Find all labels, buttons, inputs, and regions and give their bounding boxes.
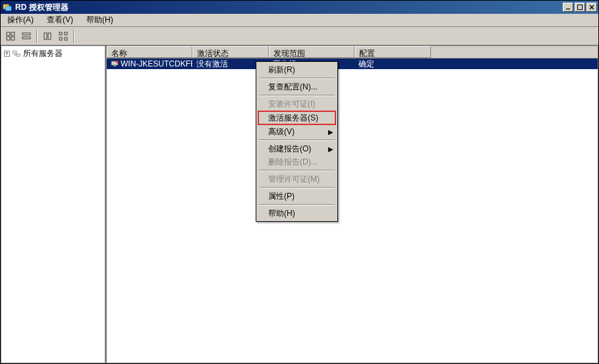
submenu-arrow-icon: ▶: [328, 128, 333, 136]
ctx-refresh-label: 刷新(R): [268, 65, 295, 76]
ctx-manage-license: 管理许可证(M): [258, 172, 336, 186]
svg-rect-6: [7, 37, 10, 40]
ctx-help-label: 帮助(H): [268, 208, 295, 219]
svg-rect-5: [11, 32, 14, 36]
list-cell-name: WIN-JKESUTCDKFE: [107, 59, 192, 68]
ctx-install-license-label: 安装许可证(I): [268, 99, 315, 110]
svg-rect-3: [578, 5, 583, 10]
menu-action[interactable]: 操作(A): [3, 13, 38, 27]
ctx-help[interactable]: 帮助(H): [258, 207, 336, 220]
col-header-scope[interactable]: 发现范围: [269, 46, 355, 58]
col-header-name[interactable]: 名称: [107, 46, 192, 58]
menubar: 操作(A) 查看(V) 帮助(H): [1, 14, 598, 27]
ctx-delete-report-label: 删除报告(D)...: [268, 157, 318, 168]
tree-pane[interactable]: + 所有服务器: [1, 45, 106, 363]
svg-rect-16: [13, 51, 16, 53]
list-body[interactable]: WIN-JKESUTCDKFE 没有激活 工作组 确定: [107, 59, 598, 363]
close-button[interactable]: [586, 3, 597, 12]
toolbar-btn-3[interactable]: [40, 29, 55, 43]
maximize-button[interactable]: [575, 3, 585, 12]
list-header: 名称 激活状态 发现范围 配置: [107, 46, 598, 59]
tree-expand-icon[interactable]: +: [4, 51, 10, 57]
row-name-text: WIN-JKESUTCDKFE: [121, 59, 192, 68]
window-title: RD 授权管理器: [15, 2, 561, 13]
menu-view[interactable]: 查看(V): [43, 13, 77, 27]
col-header-config[interactable]: 配置: [355, 46, 431, 58]
svg-rect-1: [5, 6, 11, 11]
svg-rect-15: [65, 38, 67, 40]
ctx-activate-server[interactable]: 激活服务器(S): [258, 111, 336, 125]
ctx-properties-label: 属性(P): [268, 191, 295, 202]
ctx-refresh[interactable]: 刷新(R): [258, 63, 336, 76]
svg-rect-12: [59, 32, 62, 35]
toolbar-separator: [36, 30, 38, 43]
svg-rect-17: [16, 54, 20, 57]
minimize-button[interactable]: [563, 3, 573, 12]
toolbar-separator-2: [73, 30, 74, 43]
ctx-activate-server-label: 激活服务器(S): [268, 113, 318, 124]
ctx-install-license: 安装许可证(I): [258, 97, 336, 111]
svg-rect-11: [48, 33, 51, 39]
svg-rect-2: [566, 9, 570, 9]
ctx-create-report-label: 创建报告(O): [268, 143, 311, 155]
svg-rect-9: [22, 37, 30, 39]
window-controls: [561, 3, 597, 12]
ctx-properties[interactable]: 属性(P): [258, 190, 336, 203]
titlebar: RD 授权管理器: [1, 1, 598, 14]
svg-rect-10: [44, 33, 47, 39]
ctx-delete-report: 删除报告(D)...: [258, 155, 336, 169]
toolbar-btn-2[interactable]: [19, 29, 34, 43]
ctx-manage-license-label: 管理许可证(M): [268, 174, 320, 185]
svg-rect-8: [22, 33, 30, 35]
ctx-advanced[interactable]: 高级(V) ▶: [258, 125, 336, 138]
tree-root-label: 所有服务器: [23, 48, 63, 59]
toolbar: [1, 27, 598, 45]
ctx-sep-1: [259, 78, 335, 79]
server-icon: [111, 59, 119, 68]
row-config-text: 确定: [358, 59, 374, 70]
app-icon: [2, 2, 13, 13]
context-menu: 刷新(R) 复查配置(N)... 安装许可证(I) 激活服务器(S) 高级(V)…: [256, 61, 338, 222]
ctx-sep-6: [259, 204, 335, 205]
list-row[interactable]: WIN-JKESUTCDKFE 没有激活 工作组 确定: [107, 59, 598, 69]
servers-icon: [11, 49, 22, 59]
ctx-sep-5: [259, 187, 335, 188]
ctx-sep-3: [259, 140, 335, 141]
toolbar-btn-1[interactable]: [3, 29, 18, 43]
ctx-review-config[interactable]: 复查配置(N)...: [258, 80, 336, 93]
svg-point-20: [116, 61, 119, 63]
toolbar-btn-4[interactable]: [56, 29, 71, 43]
list-cell-config: 确定: [355, 59, 473, 70]
svg-rect-19: [113, 65, 116, 66]
col-header-status[interactable]: 激活状态: [192, 46, 269, 58]
ctx-advanced-label: 高级(V): [268, 126, 295, 138]
svg-rect-13: [65, 32, 67, 35]
tree-root-item[interactable]: + 所有服务器: [3, 47, 103, 60]
ctx-sep-2: [259, 95, 335, 96]
menu-help[interactable]: 帮助(H): [82, 13, 117, 27]
svg-rect-4: [7, 32, 10, 36]
submenu-arrow-icon-2: ▶: [328, 145, 333, 153]
ctx-review-config-label: 复查配置(N)...: [268, 82, 318, 93]
ctx-create-report[interactable]: 创建报告(O) ▶: [258, 142, 336, 155]
list-pane: 名称 激活状态 发现范围 配置 WIN-JKE: [106, 45, 598, 363]
ctx-sep-4: [259, 170, 335, 171]
row-status-text: 没有激活: [196, 59, 228, 70]
svg-rect-14: [59, 38, 62, 40]
svg-rect-7: [11, 37, 14, 40]
